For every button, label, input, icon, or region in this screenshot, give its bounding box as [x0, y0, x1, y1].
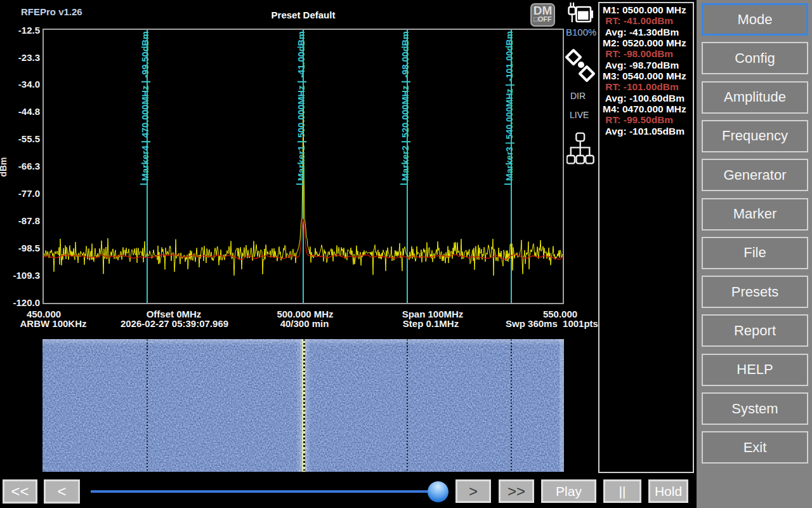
- svg-text:Marker1 | 500.000MHz | -41.00d: Marker1 | 500.000MHz | -41.00dBm: [296, 31, 306, 181]
- svg-text:Marker3 | 540.000MHz | -101.00: Marker3 | 540.000MHz | -101.00dBm: [504, 31, 514, 181]
- svg-text:Marker2 | 520.000MHz | -98.00d: Marker2 | 520.000MHz | -98.00dBm: [400, 31, 410, 181]
- svg-text:Marker4 | 470.000MHz | -99.50d: Marker4 | 470.000MHz | -99.50dBm: [140, 31, 150, 181]
